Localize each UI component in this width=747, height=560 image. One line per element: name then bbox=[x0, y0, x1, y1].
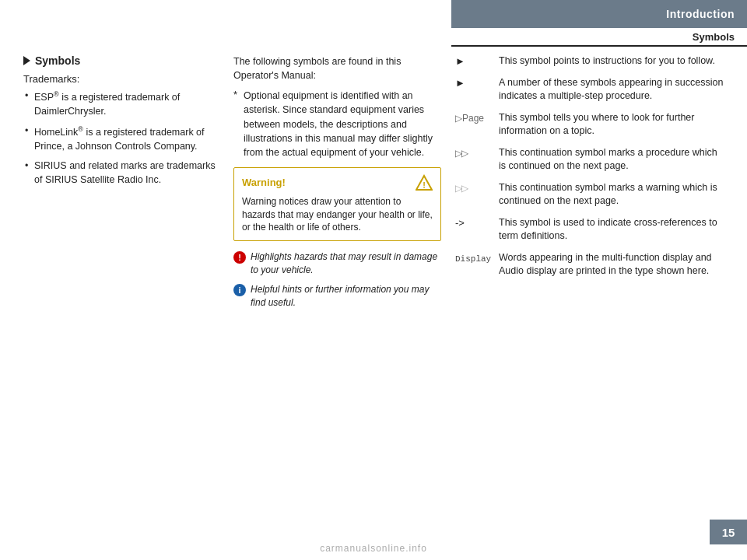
list-item: ESP® is a registered trademark of Daimle… bbox=[23, 89, 218, 118]
sub-header: Symbols bbox=[451, 28, 747, 47]
symbol-row-page: ▷Page This symbol tells you where to loo… bbox=[455, 111, 724, 138]
continuation-warn-icon-col: ▷▷ bbox=[455, 181, 491, 194]
follow-text: This symbol points to instructions for y… bbox=[499, 54, 724, 68]
arrow-multiple-icon: ► bbox=[455, 77, 465, 89]
display-icon-col: Display bbox=[455, 251, 491, 264]
watermark: carmanualsonline.info bbox=[0, 543, 747, 554]
page-icon-col: ▷Page bbox=[455, 111, 491, 124]
warning-box: Warning! ! Warning notices draw your att… bbox=[233, 167, 441, 241]
hazard-icon: ! bbox=[233, 251, 246, 264]
svg-text:!: ! bbox=[423, 180, 426, 190]
symbol-row-multiple: ► A number of these symbols appearing in… bbox=[455, 76, 724, 103]
display-symbol: Display bbox=[455, 254, 491, 264]
multiple-icon-col: ► bbox=[455, 76, 491, 89]
section-title: Symbols bbox=[23, 54, 218, 67]
symbol-row-display: Display Words appearing in the multi-fun… bbox=[455, 251, 724, 278]
list-item: HomeLink® is a registered trademark of P… bbox=[23, 124, 218, 153]
helpful-notice: i Helpful hints or further information y… bbox=[233, 283, 441, 310]
crossref-icon-col: -> bbox=[455, 216, 491, 229]
header-band: Introduction bbox=[451, 0, 747, 28]
sub-header-title: Symbols bbox=[693, 31, 735, 43]
header-title: Introduction bbox=[666, 8, 735, 20]
warning-title: Warning! bbox=[242, 177, 286, 188]
double-arrow-proc-icon: ▷▷ bbox=[455, 148, 468, 159]
warning-text: Warning notices draw your attention to h… bbox=[242, 195, 433, 234]
left-column: Symbols Trademarks: ESP® is a registered… bbox=[23, 54, 233, 521]
middle-column: The following symbols are found in this … bbox=[233, 54, 455, 521]
asterisk-symbol: * bbox=[233, 89, 237, 159]
trademark-list: ESP® is a registered trademark of Daimle… bbox=[23, 89, 218, 187]
page-symbol: ▷Page bbox=[455, 113, 484, 124]
symbol-row-follow: ► This symbol points to instructions for… bbox=[455, 54, 724, 68]
helpful-text: Helpful hints or further information you… bbox=[251, 283, 441, 310]
symbol-row-crossref: -> This symbol is used to indicate cross… bbox=[455, 216, 724, 243]
warning-header: Warning! ! bbox=[242, 174, 433, 191]
triangle-icon bbox=[23, 56, 30, 65]
helpful-icon: i bbox=[233, 284, 246, 296]
hazard-text: Highlights hazards that may result in da… bbox=[251, 250, 441, 277]
asterisk-item: * Optional equipment is identified with … bbox=[233, 89, 441, 159]
page-number: 15 bbox=[722, 526, 735, 539]
arrow-icon: ► bbox=[455, 55, 465, 67]
page-text: This symbol tells you where to look for … bbox=[499, 111, 724, 138]
warning-triangle-icon: ! bbox=[416, 174, 433, 191]
asterisk-text: Optional equipment is identified with an… bbox=[244, 89, 441, 159]
display-text: Words appearing in the multi-function di… bbox=[499, 251, 724, 278]
continuation-warn-text: This continuation symbol marks a warning… bbox=[499, 181, 724, 208]
page-number-box: 15 bbox=[710, 520, 747, 544]
follow-icon-col: ► bbox=[455, 54, 491, 67]
hazard-notice: ! Highlights hazards that may result in … bbox=[233, 250, 441, 277]
continuation-proc-text: This continuation symbol marks a procedu… bbox=[499, 146, 724, 173]
crossref-text: This symbol is used to indicate cross-re… bbox=[499, 216, 724, 243]
symbol-row-continuation-proc: ▷▷ This continuation symbol marks a proc… bbox=[455, 146, 724, 173]
right-column: ► This symbol points to instructions for… bbox=[455, 54, 724, 521]
symbol-row-continuation-warn: ▷▷ This continuation symbol marks a warn… bbox=[455, 181, 724, 208]
section-title-text: Symbols bbox=[35, 54, 80, 67]
dash-arrow-icon: -> bbox=[455, 217, 465, 229]
main-content: Symbols Trademarks: ESP® is a registered… bbox=[23, 54, 724, 521]
trademarks-label: Trademarks: bbox=[23, 73, 218, 85]
intro-text: The following symbols are found in this … bbox=[233, 54, 441, 82]
continuation-proc-icon-col: ▷▷ bbox=[455, 146, 491, 159]
list-item: SIRIUS and related marks are trademarks … bbox=[23, 159, 218, 187]
double-arrow-warn-icon: ▷▷ bbox=[455, 183, 468, 194]
multiple-text: A number of these symbols appearing in s… bbox=[499, 76, 724, 103]
